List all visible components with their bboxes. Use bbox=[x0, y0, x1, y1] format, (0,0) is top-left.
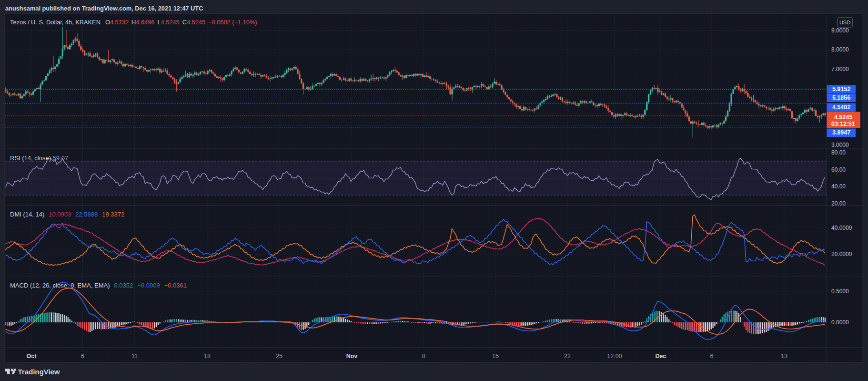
svg-text:USD: USD bbox=[839, 20, 850, 25]
svg-text:7.0000: 7.0000 bbox=[831, 66, 849, 72]
svg-text:0.0000: 0.0000 bbox=[831, 319, 849, 326]
svg-text:5.9152: 5.9152 bbox=[832, 86, 850, 93]
svg-text:11: 11 bbox=[131, 353, 138, 360]
svg-text:12:00: 12:00 bbox=[607, 353, 622, 360]
svg-text:22: 22 bbox=[564, 353, 571, 360]
svg-text:Dec: Dec bbox=[656, 353, 666, 360]
svg-text:9.0000: 9.0000 bbox=[831, 27, 849, 34]
svg-text:anushsamal published on Tradin: anushsamal published on TradingView.com,… bbox=[5, 5, 203, 12]
svg-text:DMI (14, 14)10.090322.588819.3: DMI (14, 14)10.090322.588819.3372 bbox=[10, 211, 124, 218]
svg-text:15: 15 bbox=[492, 353, 499, 360]
svg-text:8.0000: 8.0000 bbox=[831, 46, 849, 53]
svg-text:20.0000: 20.0000 bbox=[831, 251, 852, 257]
svg-text:Nov: Nov bbox=[346, 353, 358, 360]
svg-text:TradingView: TradingView bbox=[18, 368, 60, 376]
svg-text:6: 6 bbox=[710, 353, 714, 360]
svg-text:25: 25 bbox=[276, 353, 283, 360]
svg-text:80.00: 80.00 bbox=[831, 149, 846, 156]
svg-text:60.00: 60.00 bbox=[831, 166, 846, 173]
svg-text:Tezos / U. S. Dollar, 4h, KRAK: Tezos / U. S. Dollar, 4h, KRAKENO4.5732H… bbox=[10, 19, 257, 26]
svg-text:8: 8 bbox=[422, 353, 425, 360]
svg-text:40.0000: 40.0000 bbox=[831, 225, 852, 231]
svg-text:13: 13 bbox=[781, 353, 787, 360]
svg-text:18: 18 bbox=[204, 353, 211, 360]
svg-text:0.5000: 0.5000 bbox=[831, 288, 849, 295]
svg-text:4.5402: 4.5402 bbox=[832, 104, 850, 111]
svg-text:3.0000: 3.0000 bbox=[831, 142, 849, 148]
svg-text:5.1856: 5.1856 bbox=[832, 94, 850, 101]
svg-text:20.00: 20.00 bbox=[831, 200, 846, 207]
svg-text:6: 6 bbox=[81, 353, 84, 360]
svg-text:40.00: 40.00 bbox=[831, 183, 846, 190]
svg-text:4.5245: 4.5245 bbox=[834, 114, 852, 121]
svg-text:3.8947: 3.8947 bbox=[832, 129, 850, 136]
svg-text:Oct: Oct bbox=[27, 353, 37, 360]
svg-text:03:12:51: 03:12:51 bbox=[831, 121, 855, 127]
svg-text:RSI (14, close) 59.07: RSI (14, close) 59.07 bbox=[10, 154, 68, 162]
